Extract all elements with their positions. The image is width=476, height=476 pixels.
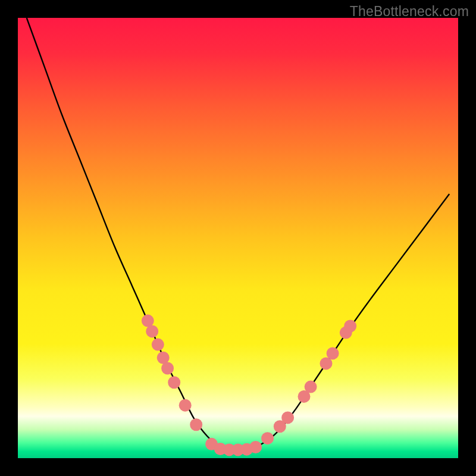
- chart-frame: TheBottleneck.com: [0, 0, 476, 476]
- data-marker: [344, 320, 356, 333]
- data-marker: [146, 325, 158, 337]
- data-marker: [327, 347, 339, 359]
- data-marker: [190, 418, 202, 431]
- watermark-text: TheBottleneck.com: [350, 4, 469, 20]
- data-marker: [152, 339, 164, 351]
- data-marker: [261, 432, 274, 444]
- data-marker: [281, 411, 294, 424]
- bottleneck-curve: [18, 18, 458, 458]
- data-marker: [168, 376, 180, 389]
- data-marker: [249, 441, 262, 453]
- plot-area: [18, 18, 458, 458]
- data-marker: [305, 381, 317, 393]
- data-marker: [161, 362, 174, 375]
- data-marker: [179, 399, 192, 412]
